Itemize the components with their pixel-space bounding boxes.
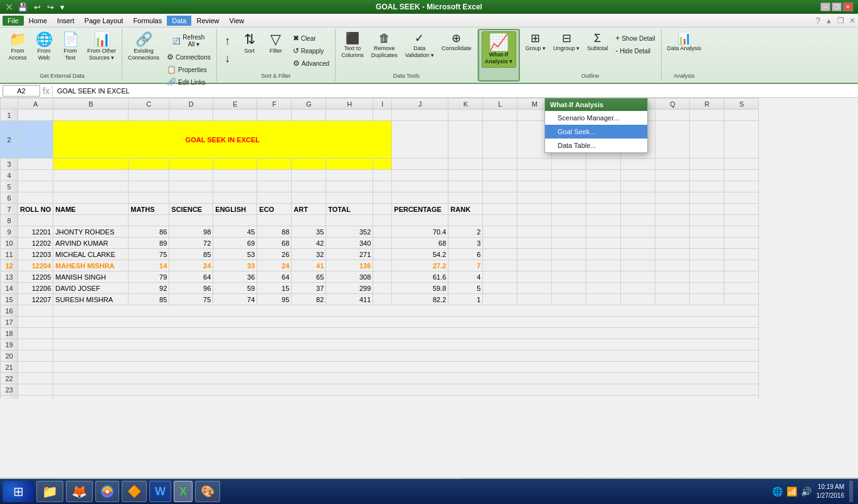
sort-descending-button[interactable]: ↓ [220, 50, 236, 67]
window-close-small-icon[interactable]: ✕ [849, 16, 855, 25]
data-validation-button[interactable]: ✓ DataValidation ▾ [402, 30, 437, 61]
menu-view[interactable]: View [225, 16, 250, 26]
row-header-8[interactable]: 8 [1, 215, 18, 226]
taskbar-word[interactable]: W [149, 481, 171, 502]
cell-reference-box[interactable] [3, 85, 40, 97]
menu-home[interactable]: Home [24, 16, 52, 26]
sheet-scroll-area[interactable]: A B C D E F G H I J K L M N O P Q [0, 98, 858, 399]
hide-detail-button[interactable]: - Hide Detail [612, 45, 658, 56]
col-header-s[interactable]: S [724, 98, 759, 110]
menu-formulas[interactable]: Formulas [128, 16, 167, 26]
formula-input[interactable] [55, 85, 855, 97]
from-text-button[interactable]: 📄 FromText [58, 30, 83, 64]
clear-button[interactable]: ✖ Clear [290, 33, 332, 44]
taskbar-vlc[interactable]: 🔶 [122, 481, 147, 502]
refresh-all-button[interactable]: 🔄 RefreshAll ▾ [164, 31, 214, 50]
filter-button[interactable]: ▽ Filter [263, 30, 289, 57]
col-header-j[interactable]: J [392, 98, 448, 110]
row-header-6[interactable]: 6 [1, 192, 18, 204]
sort-button[interactable]: ⇅ Sort [237, 30, 262, 57]
col-eco-header[interactable]: ECO [257, 204, 292, 215]
menu-review[interactable]: Review [191, 16, 224, 26]
qa-dropdown[interactable]: ▾ [58, 2, 66, 13]
menu-file[interactable]: File [3, 16, 24, 26]
close-btn[interactable]: ✕ [843, 3, 853, 11]
col-name-header[interactable]: NAME [53, 204, 129, 215]
menu-insert[interactable]: Insert [52, 16, 80, 26]
col-header-l[interactable]: L [483, 98, 517, 110]
qa-save[interactable]: 💾 [16, 2, 29, 13]
row-header-15[interactable]: 15 [1, 294, 18, 305]
col-rollno-header[interactable]: ROLL NO [18, 204, 53, 215]
col-header-h[interactable]: H [326, 98, 373, 110]
taskbar-firefox[interactable]: 🦊 [66, 481, 93, 502]
col-header-r[interactable]: R [690, 98, 724, 110]
col-header-e[interactable]: E [213, 98, 257, 110]
col-total-header[interactable]: TOTAL [326, 204, 373, 215]
col-header-q[interactable]: Q [655, 98, 690, 110]
row-header-13[interactable]: 13 [1, 271, 18, 283]
start-button[interactable]: ⊞ [3, 481, 34, 502]
sort-ascending-button[interactable]: ↑ [220, 33, 236, 50]
row-header-14[interactable]: 14 [1, 283, 18, 294]
consolidate-button[interactable]: ⊕ Consolidate [438, 30, 475, 55]
col-header-i[interactable]: I [373, 98, 392, 110]
qa-redo[interactable]: ↪ [45, 2, 56, 13]
goal-seek-item[interactable]: Goal Seek... [545, 125, 647, 139]
group-button[interactable]: ⊞ Group ▾ [522, 30, 549, 55]
row-header-12[interactable]: 12 [1, 260, 18, 271]
from-access-button[interactable]: 📁 FromAccess [5, 30, 30, 64]
taskbar-file-explorer[interactable]: 📁 [36, 481, 63, 502]
menu-data[interactable]: Data [167, 16, 191, 26]
taskbar-excel[interactable]: X [174, 481, 193, 502]
ungroup-button[interactable]: ⊟ Ungroup ▾ [550, 30, 583, 55]
col-maths-header[interactable]: MATHS [129, 204, 169, 215]
ribbon-minimize-icon[interactable]: ▲ [825, 17, 832, 24]
col-header-b[interactable]: B [53, 98, 129, 110]
taskbar-chrome[interactable] [95, 481, 119, 502]
col-header-g[interactable]: G [292, 98, 326, 110]
qa-undo[interactable]: ↩ [32, 2, 43, 13]
existing-connections-button[interactable]: 🔗 ExistingConnections [125, 30, 162, 64]
row-header-1[interactable]: 1 [1, 110, 18, 121]
menu-page-layout[interactable]: Page Layout [80, 16, 129, 26]
col-percentage-header[interactable]: PERCENTAGE [392, 204, 448, 215]
row-header-3[interactable]: 3 [1, 159, 18, 170]
row-header-2[interactable]: 2 [1, 121, 18, 159]
data-analysis-button[interactable]: 📊 Data Analysis [664, 30, 705, 55]
what-if-analysis-button[interactable]: 📈 What-IfAnalysis ▾ [482, 31, 516, 68]
row-header-11[interactable]: 11 [1, 249, 18, 260]
connections-button[interactable]: ⚙ Connections [164, 51, 214, 63]
taskbar-paint[interactable]: 🎨 [195, 481, 220, 502]
text-to-columns-button[interactable]: ⬛ Text toColumns [338, 30, 367, 61]
col-header-d[interactable]: D [169, 98, 213, 110]
taskbar-clock[interactable]: 10:19 AM 1/27/2016 [817, 483, 845, 500]
show-desktop-btn[interactable] [849, 481, 853, 502]
window-restore-icon[interactable]: ❐ [837, 16, 844, 25]
row-header-5[interactable]: 5 [1, 181, 18, 192]
properties-button[interactable]: 📋 Properties [164, 64, 214, 75]
help-icon[interactable]: ? [815, 16, 820, 26]
minimize-btn[interactable]: ─ [820, 3, 830, 11]
col-header-f[interactable]: F [257, 98, 292, 110]
title-cell[interactable]: GOAL SEEK IN EXCEL [53, 121, 392, 159]
col-english-header[interactable]: ENGLISH [213, 204, 257, 215]
row-header-7[interactable]: 7 [1, 204, 18, 215]
from-web-button[interactable]: 🌐 FromWeb [31, 30, 56, 64]
restore-btn[interactable]: ❐ [832, 3, 842, 11]
row-header-4[interactable]: 4 [1, 170, 18, 181]
row-header-10[interactable]: 10 [1, 238, 18, 249]
advanced-button[interactable]: ⚙ Advanced [290, 58, 332, 69]
col-science-header[interactable]: SCIENCE [169, 204, 213, 215]
col-header-c[interactable]: C [129, 98, 169, 110]
col-header-k[interactable]: K [448, 98, 483, 110]
col-rank-header[interactable]: RANK [448, 204, 483, 215]
subtotal-button[interactable]: Σ Subtotal [584, 30, 611, 55]
col-header-a[interactable]: A [18, 98, 53, 110]
row-header-9[interactable]: 9 [1, 226, 18, 238]
scenario-manager-item[interactable]: Scenario Manager... [545, 111, 647, 125]
remove-duplicates-button[interactable]: 🗑 RemoveDuplicates [368, 30, 401, 61]
data-table-item[interactable]: Data Table... [545, 139, 647, 152]
show-detail-button[interactable]: + Show Detail [612, 33, 658, 44]
col-art-header[interactable]: ART [292, 204, 326, 215]
